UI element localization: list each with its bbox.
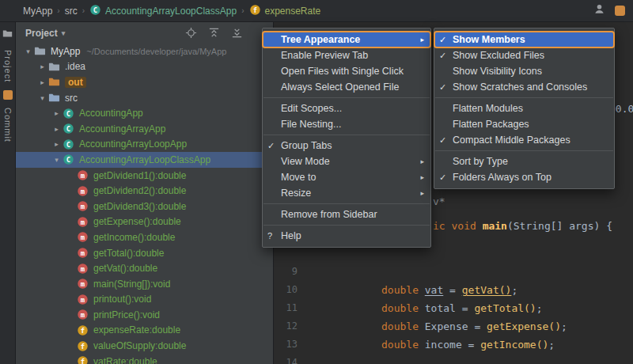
tree-item-main-string-void[interactable]: mmain(String[]):void	[16, 276, 273, 292]
tree-item-accountingapp[interactable]: ▸CAccountingApp	[16, 105, 273, 121]
module-icon	[34, 45, 47, 57]
tree-item-myapp[interactable]: ▾MyApp~/Documents/developer/java/MyApp	[16, 44, 273, 59]
svg-text:m: m	[81, 172, 85, 180]
chevron-right-icon[interactable]: ▸	[51, 140, 63, 148]
breadcrumb-item-accountingarrayloopclassapp[interactable]: CAccountingArrayLoopClassApp	[87, 2, 239, 20]
tool-window-button-commit[interactable]: Commit	[3, 108, 13, 142]
tree-item-getdividend2-double[interactable]: mgetDividend2():double	[16, 183, 273, 199]
menu-item-label: Edit Scopes...	[281, 103, 411, 114]
menu-item-flatten-modules[interactable]: Flatten Modules	[434, 100, 614, 116]
breadcrumb-item-src[interactable]: src	[63, 4, 80, 18]
code-token: =	[443, 284, 461, 296]
menu-item-label: Remove from Sidebar	[281, 209, 411, 220]
tree-item-getincome-double[interactable]: mgetIncome():double	[16, 229, 273, 245]
tree-item-getdividend3-double[interactable]: mgetDividend3():double	[16, 199, 273, 214]
menu-item-sort-by-type[interactable]: Sort by Type	[434, 154, 614, 169]
menu-item-show-members[interactable]: ✓Show Members	[434, 32, 614, 47]
tree-item-label: getDividend1():double	[93, 170, 186, 181]
chevron-right-icon[interactable]: ▸	[51, 109, 63, 117]
menu-item-view-mode[interactable]: View Mode▸	[263, 154, 430, 169]
menu-item-resize[interactable]: Resize▸	[263, 185, 430, 201]
code-token: v*	[433, 195, 445, 207]
menu-item-label: Show Excluded Files	[453, 50, 595, 61]
tree-item-src[interactable]: ▾src	[16, 90, 273, 106]
tree-item-idea[interactable]: ▸.idea	[16, 59, 273, 75]
menu-item-label: Help	[281, 230, 411, 241]
tree-item-getvat-double[interactable]: mgetVat():double	[16, 260, 273, 276]
tool-window-button-project[interactable]: Project	[3, 50, 13, 82]
chevron-down-icon[interactable]: ▾	[36, 94, 48, 102]
menu-item-help[interactable]: ?Help	[263, 228, 430, 244]
chevron-down-icon[interactable]: ▾	[51, 156, 63, 164]
project-tool-icon[interactable]	[2, 28, 13, 42]
menu-item-move-to[interactable]: Move to▸	[263, 169, 430, 185]
breadcrumb-separator-icon: ›	[57, 6, 59, 15]
menu-item-label: Flatten Modules	[453, 103, 595, 114]
menu-item-show-visibility-icons[interactable]: Show Visibility Icons	[434, 63, 614, 79]
submenu-arrow-icon: ▸	[420, 157, 424, 165]
tree-item-label: getVat():double	[93, 263, 157, 274]
chevron-down-icon[interactable]: ▾	[22, 47, 34, 55]
tree-item-getdividend1-double[interactable]: mgetDividend1():double	[16, 168, 273, 184]
checkmark-icon: ✓	[439, 173, 453, 183]
help-icon: ?	[267, 231, 281, 241]
tree-item-path-suffix: ~/Documents/developer/java/MyApp	[86, 47, 226, 56]
breadcrumb-item-expenserate[interactable]: fexpenseRate	[247, 2, 324, 20]
bookmarks-tool-icon[interactable]	[3, 90, 13, 100]
code-token: ;	[548, 339, 555, 351]
svg-text:C: C	[93, 6, 97, 13]
tree-item-gettotal-double[interactable]: mgetTotal():double	[16, 245, 273, 261]
tree-item-accountingarrayloopclassapp[interactable]: ▾CAccountingArrayLoopClassApp	[16, 152, 273, 168]
menu-item-compact-middle-packages[interactable]: ✓Compact Middle Packages	[434, 132, 614, 148]
menu-item-group-tabs[interactable]: ✓Group Tabs	[263, 138, 430, 154]
breadcrumb-item-myapp[interactable]: MyApp	[21, 4, 55, 18]
svg-text:m: m	[81, 280, 85, 288]
tree-item-out[interactable]: ▸out	[16, 74, 273, 90]
menu-item-show-scratches-and-consoles[interactable]: ✓Show Scratches and Consoles	[434, 79, 614, 95]
topbar-actions	[593, 3, 633, 18]
menu-item-enable-preview-tab[interactable]: Enable Preview Tab	[263, 47, 430, 63]
field-icon: f	[77, 340, 89, 352]
menu-item-always-select-opened-file[interactable]: Always Select Opened File	[263, 79, 430, 95]
code-line: double total = getTotal();	[381, 299, 543, 317]
tree-item-label: getExpense():double	[93, 216, 181, 227]
menu-item-label: File Nesting...	[281, 119, 411, 130]
tree-item-printout-void[interactable]: mprintout():void	[16, 292, 273, 308]
tree-item-accountingarrayloopapp[interactable]: ▸CAccountingArrayLoopApp	[16, 137, 273, 153]
menu-item-folders-always-on-top[interactable]: ✓Folders Always on Top	[434, 169, 614, 185]
project-context-menu: Tree Appearance▸Enable Preview TabOpen F…	[262, 28, 431, 248]
project-view-dropdown[interactable]: Project ▾	[25, 28, 65, 39]
svg-text:m: m	[81, 249, 85, 257]
tree-item-printprice-void[interactable]: mprintPrice():void	[16, 307, 273, 323]
menu-item-open-files-with-single-click[interactable]: Open Files with Single Click	[263, 63, 430, 79]
menu-item-tree-appearance[interactable]: Tree Appearance▸	[263, 32, 430, 47]
menu-item-show-excluded-files[interactable]: ✓Show Excluded Files	[434, 47, 614, 63]
collapse-all-icon[interactable]	[231, 27, 243, 39]
method-icon: m	[77, 278, 89, 290]
project-tree: ▾MyApp~/Documents/developer/java/MyApp▸.…	[16, 44, 273, 364]
orange-badge-icon[interactable]	[615, 6, 625, 16]
tree-item-label: MyApp	[51, 46, 80, 57]
chevron-right-icon[interactable]: ▸	[36, 78, 48, 86]
chevron-right-icon[interactable]: ▸	[36, 63, 48, 70]
menu-item-remove-from-sidebar[interactable]: Remove from Sidebar	[263, 207, 430, 222]
select-opened-file-icon[interactable]	[185, 27, 197, 39]
chevron-right-icon[interactable]: ▸	[51, 125, 63, 133]
expand-all-icon[interactable]	[208, 27, 220, 39]
menu-item-file-nesting[interactable]: File Nesting...	[263, 116, 430, 132]
breadcrumb-separator-icon: ›	[241, 6, 244, 15]
menu-item-flatten-packages[interactable]: Flatten Packages	[434, 116, 614, 132]
tree-item-getexpense-double[interactable]: mgetExpense():double	[16, 214, 273, 230]
tree-item-valueofsupply-double[interactable]: fvalueOfSupply:double	[16, 338, 273, 354]
code-token: getVat()	[462, 284, 512, 296]
tree-item-accountingarrayapp[interactable]: ▸CAccountingArrayApp	[16, 121, 273, 137]
user-icon[interactable]	[593, 3, 605, 18]
svg-text:m: m	[81, 218, 85, 226]
tree-item-label: getDividend2():double	[93, 185, 186, 196]
tree-item-expenserate-double[interactable]: fexpenseRate:double	[16, 323, 273, 339]
tree-item-vatrate-double[interactable]: fvatRate:double	[16, 354, 273, 364]
menu-item-edit-scopes[interactable]: Edit Scopes...	[263, 100, 430, 116]
code-token: =	[468, 320, 487, 332]
code-line: double vat = getVat();	[381, 281, 517, 299]
code-token: getExpense()	[487, 320, 561, 332]
